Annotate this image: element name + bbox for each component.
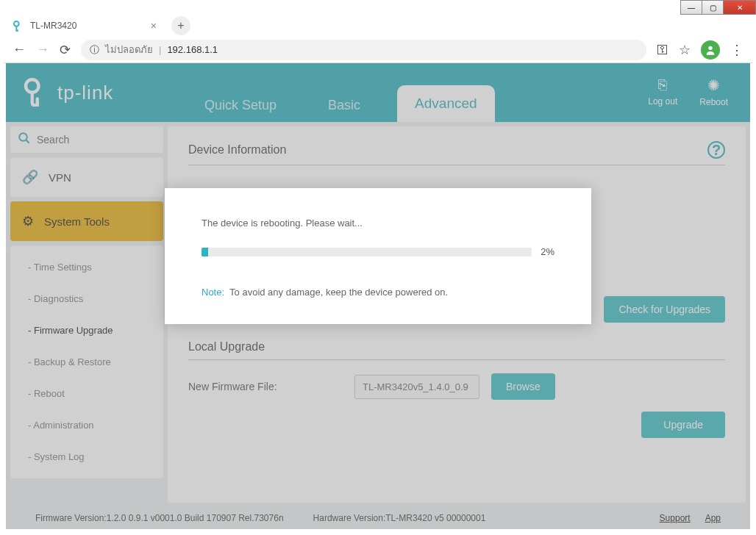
window-controls: — ▢ ✕	[681, 0, 756, 15]
address-bar[interactable]: ⓘ ไม่ปลอดภัย | 192.168.1.1	[81, 40, 646, 60]
tab-close-icon[interactable]: ×	[151, 20, 157, 32]
note-text: To avoid any damage, keep the device pow…	[229, 287, 448, 298]
note-label: Note:	[202, 287, 224, 298]
browser-menu-icon[interactable]: ⋮	[730, 42, 743, 58]
browser-tab[interactable]: TL-MR3420 ×	[4, 15, 165, 36]
modal-message: The device is rebooting. Please wait...	[202, 218, 554, 229]
info-icon: ⓘ	[90, 43, 99, 57]
profile-avatar[interactable]	[701, 40, 720, 60]
reload-button[interactable]: ⟳	[60, 42, 71, 58]
svg-point-0	[14, 21, 19, 26]
separator: |	[159, 44, 161, 55]
modal-overlay: The device is rebooting. Please wait... …	[6, 63, 750, 529]
close-window-button[interactable]: ✕	[723, 0, 756, 15]
back-button[interactable]: ←	[13, 42, 26, 57]
browser-tab-bar: TL-MR3420 × +	[4, 15, 752, 37]
maximize-button[interactable]: ▢	[702, 0, 724, 15]
modal-note: Note: To avoid any damage, keep the devi…	[202, 287, 554, 298]
tab-favicon-icon	[13, 20, 24, 32]
progress-bar	[202, 248, 532, 256]
url-text: 192.168.1.1	[167, 44, 218, 55]
browser-toolbar: ← → ⟳ ⓘ ไม่ปลอดภัย | 192.168.1.1 ⚿ ☆ ⋮	[4, 37, 752, 63]
new-tab-button[interactable]: +	[171, 16, 190, 35]
progress-percent: 2%	[541, 246, 554, 257]
bookmark-icon[interactable]: ☆	[679, 42, 691, 58]
key-icon[interactable]: ⚿	[657, 43, 668, 57]
forward-button[interactable]: →	[36, 42, 49, 57]
svg-point-1	[708, 46, 712, 49]
progress-fill	[202, 248, 208, 256]
reboot-modal: The device is rebooting. Please wait... …	[165, 188, 591, 324]
tab-title: TL-MR3420	[30, 21, 145, 31]
minimize-button[interactable]: —	[680, 0, 702, 15]
progress-row: 2%	[202, 246, 554, 257]
security-text: ไม่ปลอดภัย	[105, 42, 153, 57]
